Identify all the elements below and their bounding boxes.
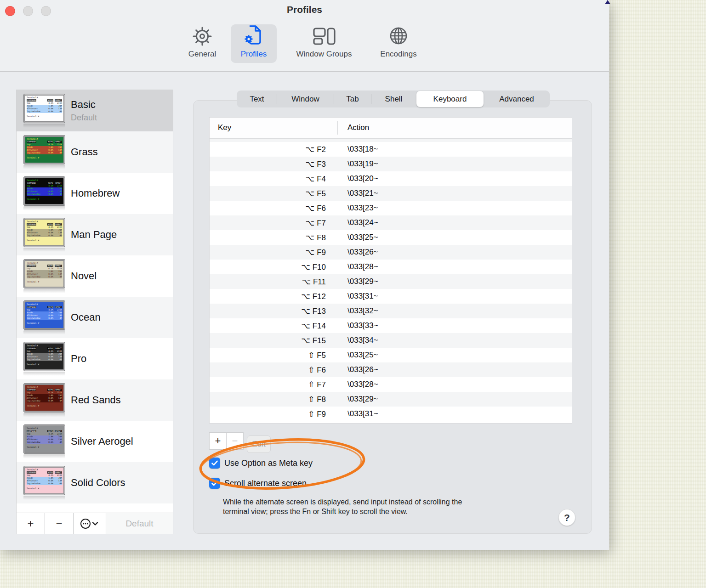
option-key-icon: ⌥ bbox=[306, 174, 315, 183]
shortcut-action: \033[25~ bbox=[347, 233, 378, 242]
thumbnail-reflection bbox=[23, 330, 65, 334]
profile-row-red-sands[interactable]: Terminal#COMMAND%CPURPRVTtop4.1%231KXcod… bbox=[17, 379, 173, 421]
profile-labels: Homebrew bbox=[71, 187, 120, 199]
column-divider[interactable] bbox=[337, 121, 338, 135]
edit-shortcut-button[interactable]: Edit bbox=[247, 435, 271, 453]
option-as-meta-label: Use Option as Meta key bbox=[224, 458, 313, 468]
column-header-action[interactable]: Action bbox=[347, 123, 369, 132]
shortcut-row[interactable]: ⌥ F7\033[24~ bbox=[210, 215, 572, 230]
profile-labels: Red Sands bbox=[71, 394, 121, 406]
remove-profile-button[interactable]: − bbox=[45, 513, 74, 534]
profile-labels: Pro bbox=[71, 353, 86, 365]
profile-labels: Novel bbox=[71, 270, 97, 282]
scroll-alternate-label: Scroll alternate screen bbox=[224, 479, 307, 488]
profile-row-grass[interactable]: Terminal#COMMAND%CPURPRVTtop4.1%231KXcod… bbox=[17, 131, 173, 173]
thumb-row: loginwindow0.0%4M bbox=[27, 193, 62, 196]
checkmark-icon bbox=[211, 460, 218, 466]
profile-row-ocean[interactable]: Terminal#COMMAND%CPURPRVTtop4.1%231KXcod… bbox=[17, 297, 173, 338]
shortcut-key: ⌥ F5 bbox=[210, 189, 326, 198]
window-title: Profiles bbox=[0, 4, 609, 15]
option-key-icon: ⌥ bbox=[306, 204, 315, 213]
add-shortcut-button[interactable]: + bbox=[209, 432, 227, 450]
option-key-icon: ⌥ bbox=[306, 159, 315, 169]
profile-doc-icon bbox=[243, 23, 264, 47]
profile-thumbnail: Terminal#COMMAND%CPURPRVTtop4.1%231KXcod… bbox=[23, 218, 65, 252]
toolbar-item-encodings[interactable]: Encodings bbox=[357, 23, 440, 65]
shortcut-row[interactable]: ⌥ F14\033[33~ bbox=[210, 318, 572, 333]
shortcut-row[interactable]: ⇧ F9\033[31~ bbox=[210, 407, 572, 421]
thumb-prompt: Terminal # bbox=[27, 405, 62, 407]
profile-row-basic[interactable]: Terminal#COMMAND%CPURPRVTtop4.1%231KXcod… bbox=[17, 90, 173, 131]
shortcut-action: \033[29~ bbox=[347, 395, 378, 404]
profile-subtitle: Default bbox=[71, 113, 97, 123]
shortcut-row[interactable]: ⌥ F10\033[28~ bbox=[210, 260, 572, 274]
profile-row-silver-aerogel[interactable]: Terminal#COMMAND%CPURPRVTtop4.1%231KXcod… bbox=[17, 421, 173, 462]
shortcut-key: ⌥ F9 bbox=[210, 248, 326, 257]
remove-shortcut-button[interactable]: − bbox=[226, 432, 244, 450]
help-button[interactable]: ? bbox=[558, 509, 575, 526]
tab-text[interactable]: Text bbox=[237, 91, 277, 107]
shortcut-row[interactable]: ⌥ F4\033[20~ bbox=[210, 171, 572, 186]
shortcut-row[interactable]: ⌥ F5\033[21~ bbox=[210, 186, 572, 201]
thumbnail-frame: Terminal#COMMAND%CPURPRVTtop4.1%231KXcod… bbox=[23, 342, 65, 371]
thumbnail-reflection bbox=[23, 165, 65, 169]
shortcut-row[interactable]: ⌥ F9\033[26~ bbox=[210, 245, 572, 260]
shortcut-key: ⌥ F4 bbox=[210, 174, 326, 184]
profile-name: Solid Colors bbox=[71, 477, 125, 489]
profile-labels: Ocean bbox=[71, 311, 101, 323]
shortcut-row[interactable]: ⇧ F5\033[25~ bbox=[210, 348, 572, 362]
shortcut-row[interactable]: ⌥ F3\033[19~ bbox=[210, 157, 572, 171]
shortcut-row[interactable]: ⌥ F15\033[34~ bbox=[210, 333, 572, 348]
profile-list: Terminal#COMMAND%CPURPRVTtop4.1%231KXcod… bbox=[17, 90, 173, 503]
tab-window[interactable]: Window bbox=[277, 91, 334, 107]
shortcut-row[interactable]: ⌥ F12\033[31~ bbox=[210, 289, 572, 304]
thumbnail-screen: Terminal#COMMAND%CPURPRVTtop4.1%231KXcod… bbox=[25, 137, 63, 163]
scroll-alternate-checkbox[interactable] bbox=[209, 478, 220, 489]
tab-advanced[interactable]: Advanced bbox=[484, 91, 549, 107]
shortcut-action: \033[34~ bbox=[347, 336, 378, 345]
toolbar-item-label: Window Groups bbox=[296, 50, 352, 59]
add-profile-button[interactable]: + bbox=[17, 513, 45, 534]
shortcut-row[interactable]: ⌥ F2\033[18~ bbox=[210, 142, 572, 157]
shortcut-row[interactable]: ⌥ F8\033[25~ bbox=[210, 230, 572, 245]
thumbnail-screen: Terminal#COMMAND%CPURPRVTtop4.1%231KXcod… bbox=[25, 261, 63, 287]
profile-row-man-page[interactable]: Terminal#COMMAND%CPURPRVTtop4.1%231KXcod… bbox=[17, 214, 173, 255]
shortcut-row[interactable]: ⌥ F13\033[32~ bbox=[210, 304, 572, 318]
thumb-prompt: Terminal # bbox=[27, 322, 62, 325]
thumb-row: loginwindow0.0%4M bbox=[27, 276, 62, 278]
profile-thumbnail: Terminal#COMMAND%CPURPRVTtop4.1%231KXcod… bbox=[23, 466, 65, 500]
thumb-prompt: Terminal # bbox=[27, 363, 62, 366]
tab-tab[interactable]: Tab bbox=[334, 91, 371, 107]
shortcut-action: \033[19~ bbox=[347, 159, 378, 169]
mouse-cursor bbox=[604, 0, 611, 5]
toolbar-item-label: Encodings bbox=[380, 50, 416, 59]
profile-row-homebrew[interactable]: Terminal#COMMAND%CPURPRVTtop4.1%231KXcod… bbox=[17, 173, 173, 214]
thumb-row: loginwindow0.0%4M bbox=[27, 110, 62, 113]
tab-shell[interactable]: Shell bbox=[371, 91, 416, 107]
shortcut-row[interactable]: ⌥ F6\033[23~ bbox=[210, 201, 572, 215]
option-key-icon: ⌥ bbox=[306, 145, 315, 154]
thumbnail-frame: Terminal#COMMAND%CPURPRVTtop4.1%231KXcod… bbox=[23, 218, 65, 247]
shortcut-row[interactable]: ⇧ F7\033[28~ bbox=[210, 377, 572, 392]
shortcut-key: ⌥ F12 bbox=[210, 292, 326, 301]
thumbnail-reflection bbox=[23, 289, 65, 293]
default-button[interactable]: Default bbox=[106, 513, 173, 534]
tab-keyboard[interactable]: Keyboard bbox=[416, 91, 484, 107]
toolbar-item-window-groups[interactable]: Window Groups bbox=[283, 23, 365, 65]
window-groups-icon bbox=[312, 23, 336, 47]
shortcut-key: ⇧ F7 bbox=[210, 380, 326, 390]
profile-row-solid-colors[interactable]: Terminal#COMMAND%CPURPRVTtop4.1%231KXcod… bbox=[17, 462, 173, 503]
column-header-key[interactable]: Key bbox=[218, 123, 231, 132]
thumbnail-frame: Terminal#COMMAND%CPURPRVTtop4.1%231KXcod… bbox=[23, 424, 65, 454]
more-options-icon bbox=[80, 518, 99, 529]
more-options-button[interactable] bbox=[74, 513, 106, 534]
shortcut-row[interactable]: ⇧ F6\033[26~ bbox=[210, 362, 572, 377]
profile-row-novel[interactable]: Terminal#COMMAND%CPURPRVTtop4.1%231KXcod… bbox=[17, 255, 173, 297]
shortcut-row[interactable]: ⇧ F8\033[29~ bbox=[210, 392, 572, 407]
shortcut-key: ⌥ F11 bbox=[210, 277, 326, 287]
thumb-row: loginwindow0.0%4M bbox=[27, 400, 62, 402]
option-as-meta-checkbox[interactable] bbox=[209, 458, 220, 469]
shortcut-key: ⌥ F2 bbox=[210, 145, 326, 154]
profile-row-pro[interactable]: Terminal#COMMAND%CPURPRVTtop4.1%231KXcod… bbox=[17, 338, 173, 379]
shortcut-row[interactable]: ⌥ F11\033[29~ bbox=[210, 274, 572, 289]
